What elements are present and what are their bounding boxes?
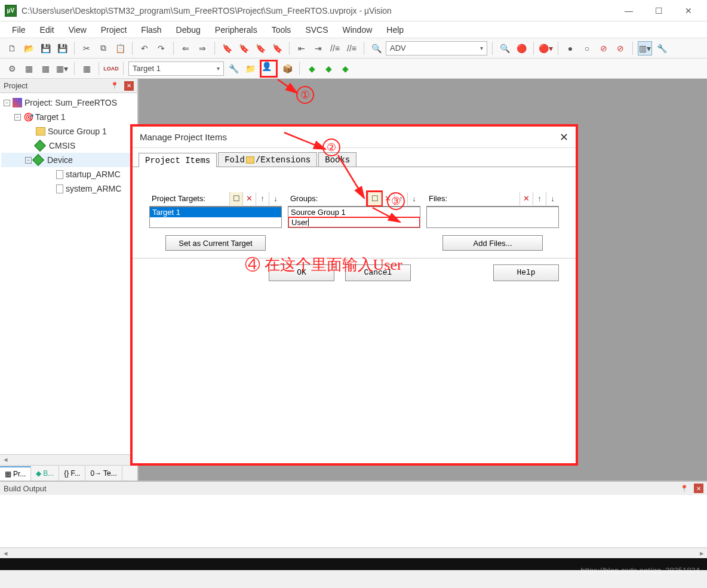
cut-icon[interactable]: ✂ — [79, 41, 94, 56]
indent-right-icon[interactable]: ⇥ — [311, 41, 325, 56]
set-as-current-target-button[interactable]: Set as Current Target — [165, 235, 266, 251]
indent-left-icon[interactable]: ⇤ — [294, 41, 309, 56]
help-button[interactable]: Help — [493, 264, 559, 281]
new-file-icon[interactable]: 🗋 — [5, 41, 19, 56]
tab-project[interactable]: ▦ Pr... — [0, 466, 31, 481]
move-file-down-button[interactable]: ↓ — [546, 192, 559, 205]
menu-edit[interactable]: Edit — [34, 23, 60, 37]
software-component-icon[interactable]: ◆ — [338, 61, 352, 76]
tab-functions[interactable]: {} F... — [59, 466, 85, 481]
menu-svcs[interactable]: SVCS — [299, 23, 334, 37]
copy-icon[interactable]: ⧉ — [96, 41, 110, 56]
files-listbox[interactable] — [426, 207, 559, 228]
tree-file-system[interactable]: system_ARMC — [1, 181, 136, 196]
add-files-button[interactable]: Add Files... — [442, 235, 543, 251]
move-target-up-button[interactable]: ↑ — [256, 192, 269, 205]
batch-build-icon[interactable]: ▦▾ — [55, 61, 69, 76]
breakpoint-enable-icon[interactable]: ○ — [580, 41, 594, 56]
group-name-input[interactable]: User — [288, 217, 420, 228]
tree-device[interactable]: − Device — [1, 153, 136, 167]
tree-cmsis[interactable]: CMSIS — [1, 138, 136, 153]
menu-help[interactable]: Help — [380, 23, 410, 37]
list-item[interactable]: Target 1 — [150, 207, 281, 217]
window-maximize-button[interactable]: ☐ — [650, 6, 668, 16]
download-icon[interactable]: LOAD — [104, 61, 118, 76]
breakpoint-disable-icon[interactable]: ⊘ — [597, 41, 611, 56]
build-icon[interactable]: ▦ — [21, 61, 36, 76]
manage-rte-icon[interactable]: ◆ — [321, 61, 336, 76]
menu-project[interactable]: Project — [95, 23, 133, 37]
analyze-icon[interactable]: 🔴▾ — [539, 41, 553, 56]
bookmark-next-icon[interactable]: 🔖 — [253, 41, 268, 56]
select-packs-icon[interactable]: 📦 — [280, 61, 294, 76]
move-group-down-button[interactable]: ↓ — [407, 192, 420, 205]
scroll-left-icon[interactable]: ◂ — [0, 548, 11, 558]
project-tree[interactable]: − Project: Sum_FreeRTOS − 🎯 Target 1 Sou… — [0, 93, 137, 454]
targets-listbox[interactable]: Target 1 — [149, 207, 282, 228]
move-file-up-button[interactable]: ↑ — [533, 192, 546, 205]
window-close-button[interactable]: ✕ — [680, 6, 697, 16]
bookmark-clear-icon[interactable]: 🔖 — [270, 41, 284, 56]
delete-target-button[interactable]: ✕ — [242, 192, 256, 205]
tab-templates[interactable]: 0→ Te... — [85, 466, 122, 481]
scroll-right-icon[interactable]: ▸ — [696, 548, 707, 558]
configure-icon[interactable]: 🔧 — [654, 41, 669, 56]
menu-flash[interactable]: Flash — [135, 23, 167, 37]
target-options-icon[interactable]: 🔧 — [226, 61, 241, 76]
find-in-files-icon[interactable]: 🔍 — [369, 41, 383, 56]
rebuild-icon[interactable]: ▦ — [38, 61, 53, 76]
breakpoint-insert-icon[interactable]: 🔴 — [514, 41, 528, 56]
tab-books[interactable]: ◆ B... — [31, 466, 59, 481]
menu-file[interactable]: File — [6, 23, 32, 37]
open-file-icon[interactable]: 📂 — [21, 41, 36, 56]
bookmark-prev-icon[interactable]: 🔖 — [236, 41, 251, 56]
move-target-down-button[interactable]: ↓ — [269, 192, 282, 205]
bookmark-icon[interactable]: 🔖 — [220, 41, 234, 56]
menu-window[interactable]: Window — [337, 23, 379, 37]
tree-project-root[interactable]: − Project: Sum_FreeRTOS — [1, 96, 136, 110]
manage-project-items-button[interactable]: 👤 — [260, 60, 278, 78]
panel-close-button[interactable]: ✕ — [694, 484, 703, 493]
undo-icon[interactable]: ↶ — [137, 41, 152, 56]
menu-tools[interactable]: Tools — [266, 23, 297, 37]
pin-icon[interactable]: 📍 — [677, 485, 691, 492]
new-group-button[interactable]: ☐ — [368, 192, 381, 205]
comment-icon[interactable]: //≡ — [328, 41, 342, 56]
menu-view[interactable]: View — [63, 23, 93, 37]
tab-folders-extensions[interactable]: Fold/Extensions — [218, 152, 317, 167]
window-minimize-button[interactable]: — — [620, 6, 638, 16]
collapse-icon[interactable]: − — [4, 100, 10, 106]
menu-debug[interactable]: Debug — [170, 23, 207, 37]
nav-forward-icon[interactable]: ⇒ — [195, 41, 210, 56]
scroll-left-icon[interactable]: ◂ — [0, 455, 11, 465]
delete-file-button[interactable]: ✕ — [520, 192, 533, 205]
uncomment-icon[interactable]: //≡ — [345, 41, 359, 56]
breakpoint-toggle-icon[interactable]: ● — [563, 41, 577, 56]
collapse-icon[interactable]: − — [25, 157, 32, 164]
pin-icon[interactable]: 📍 — [107, 82, 122, 90]
tree-file-startup[interactable]: startup_ARMC — [1, 167, 136, 181]
find-combo[interactable]: ADV ▾ — [386, 41, 487, 56]
collapse-icon[interactable]: − — [14, 114, 21, 121]
target-selector[interactable]: Target 1 ▾ — [128, 61, 224, 76]
pack-installer-icon[interactable]: ◆ — [305, 61, 319, 76]
redo-icon[interactable]: ↷ — [154, 41, 168, 56]
tree-source-group[interactable]: Source Group 1 — [1, 124, 136, 138]
breakpoint-kill-icon[interactable]: ⊘ — [613, 41, 628, 56]
nav-back-icon[interactable]: ⇐ — [179, 41, 193, 56]
groups-listbox[interactable]: Source Group 1 User — [288, 207, 420, 228]
tab-project-items[interactable]: Project Items — [139, 153, 217, 167]
tree-target[interactable]: − 🎯 Target 1 — [1, 110, 136, 124]
paste-icon[interactable]: 📋 — [113, 41, 127, 56]
new-target-button[interactable]: ☐ — [229, 192, 242, 205]
build-output-content[interactable] — [0, 495, 707, 547]
panel-close-button[interactable]: ✕ — [124, 81, 134, 91]
debug-session-icon[interactable]: 🔍 — [497, 41, 512, 56]
menu-peripherals[interactable]: Peripherals — [209, 23, 263, 37]
stop-build-icon[interactable]: ▦ — [79, 61, 94, 76]
save-all-icon[interactable]: 💾 — [55, 41, 69, 56]
save-icon[interactable]: 💾 — [38, 41, 53, 56]
translate-icon[interactable]: ⚙ — [5, 61, 19, 76]
dialog-close-button[interactable]: ✕ — [560, 131, 568, 144]
tab-books[interactable]: Books — [318, 152, 356, 167]
